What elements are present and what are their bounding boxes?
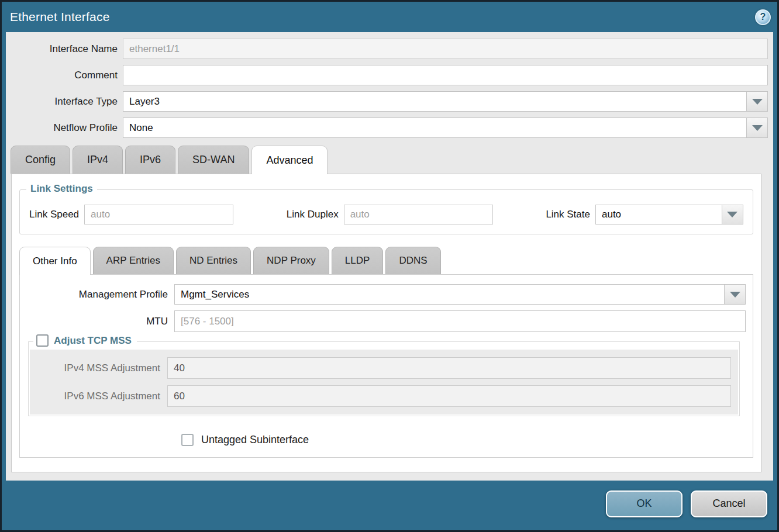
link-speed-group: Link Speed [29, 205, 233, 224]
adjust-tcp-mss-legend: Adjust TCP MSS [33, 334, 137, 347]
link-state-dropdown-button[interactable] [722, 205, 743, 224]
link-state-dropdown[interactable]: auto [595, 205, 743, 224]
untagged-subinterface-label: Untagged Subinterface [201, 434, 309, 446]
netflow-profile-value: None [123, 118, 746, 137]
adjust-tcp-mss-checkbox[interactable] [36, 334, 49, 347]
help-circle-icon[interactable]: ? [755, 9, 771, 25]
comment-row: Comment [6, 65, 768, 85]
sub-tab-strip: Other Info ARP Entries ND Entries NDP Pr… [19, 247, 753, 274]
interface-name-row: Interface Name [6, 39, 768, 59]
management-profile-dropdown[interactable]: Mgmt_Services [174, 284, 746, 305]
chevron-down-icon [727, 212, 737, 217]
management-profile-label: Management Profile [20, 289, 174, 300]
tab-ipv4[interactable]: IPv4 [73, 146, 123, 174]
ok-button[interactable]: OK [606, 490, 683, 517]
interface-type-dropdown[interactable]: Layer3 [123, 91, 768, 112]
interface-type-dropdown-button[interactable] [746, 92, 767, 111]
main-tab-strip: Config IPv4 IPv6 SD-WAN Advanced [6, 146, 773, 174]
link-state-group: Link State auto [546, 205, 743, 224]
ipv4-mss-field [167, 357, 731, 379]
tab-config[interactable]: Config [11, 146, 70, 174]
link-duplex-field[interactable] [344, 205, 493, 224]
management-profile-value: Mgmt_Services [175, 285, 724, 304]
link-state-value: auto [596, 205, 722, 224]
link-duplex-group: Link Duplex [287, 205, 493, 224]
tab-lldp[interactable]: LLDP [332, 247, 384, 274]
mtu-field[interactable] [174, 310, 746, 332]
management-profile-row: Management Profile Mgmt_Services [20, 284, 746, 305]
mtu-label: MTU [20, 316, 174, 327]
netflow-profile-row: Netflow Profile None [6, 118, 768, 138]
tab-other-info[interactable]: Other Info [19, 247, 91, 275]
tab-ipv6[interactable]: IPv6 [125, 146, 175, 174]
untagged-subinterface-checkbox[interactable] [181, 434, 194, 446]
link-settings-legend: Link Settings [26, 183, 97, 195]
help-glyph: ? [760, 12, 766, 22]
untagged-subinterface-row: Untagged Subinterface [181, 434, 746, 446]
chevron-down-icon [730, 292, 740, 298]
tab-advanced[interactable]: Advanced [251, 146, 328, 174]
tab-sdwan[interactable]: SD-WAN [178, 146, 249, 174]
tab-ndp-proxy[interactable]: NDP Proxy [253, 247, 329, 274]
advanced-tab-panel: Link Settings Link Speed Link Duplex Lin… [11, 174, 761, 472]
link-duplex-label: Link Duplex [287, 209, 344, 220]
comment-label: Comment [6, 70, 123, 81]
tab-nd-entries[interactable]: ND Entries [176, 247, 251, 274]
chevron-down-icon [752, 125, 763, 131]
interface-name-field [123, 39, 768, 59]
link-settings-fieldset: Link Settings Link Speed Link Duplex Lin… [19, 189, 753, 234]
chevron-down-icon [752, 99, 763, 105]
link-speed-field[interactable] [84, 205, 233, 224]
ipv6-mss-row: IPv6 MSS Adjustment [30, 385, 738, 407]
mtu-row: MTU [20, 310, 746, 332]
ethernet-interface-dialog: Ethernet Interface ? Interface Name Comm… [0, 0, 779, 532]
ipv4-mss-row: IPv4 MSS Adjustment [30, 357, 738, 379]
other-info-panel: Management Profile Mgmt_Services MTU Adj… [19, 274, 753, 458]
ipv4-mss-label: IPv4 MSS Adjustment [30, 362, 167, 374]
adjust-tcp-mss-legend-text: Adjust TCP MSS [54, 335, 132, 347]
interface-type-label: Interface Type [6, 96, 123, 108]
management-profile-dropdown-button[interactable] [724, 285, 745, 304]
dialog-titlebar: Ethernet Interface ? [2, 2, 777, 32]
top-form: Interface Name Comment Interface Type La… [6, 32, 773, 144]
cancel-button[interactable]: Cancel [691, 490, 767, 517]
link-state-label: Link State [546, 209, 595, 220]
netflow-profile-dropdown[interactable]: None [123, 118, 768, 138]
dialog-title: Ethernet Interface [10, 10, 110, 24]
adjust-tcp-mss-content: IPv4 MSS Adjustment IPv6 MSS Adjustment [30, 350, 738, 414]
interface-name-label: Interface Name [6, 43, 123, 55]
interface-type-value: Layer3 [123, 92, 746, 111]
dialog-body: Interface Name Comment Interface Type La… [6, 32, 773, 481]
netflow-profile-dropdown-button[interactable] [746, 118, 767, 137]
link-speed-label: Link Speed [29, 209, 84, 220]
ipv6-mss-label: IPv6 MSS Adjustment [30, 391, 167, 402]
adjust-tcp-mss-fieldset: Adjust TCP MSS IPv4 MSS Adjustment IPv6 … [28, 341, 740, 416]
netflow-profile-label: Netflow Profile [6, 122, 123, 134]
ipv6-mss-field [167, 385, 731, 407]
tab-arp-entries[interactable]: ARP Entries [93, 247, 174, 274]
dialog-footer: OK Cancel [2, 481, 777, 530]
link-settings-row: Link Speed Link Duplex Link State auto [29, 205, 743, 224]
comment-field[interactable] [123, 65, 768, 85]
tab-ddns[interactable]: DDNS [385, 247, 440, 274]
interface-type-row: Interface Type Layer3 [6, 91, 768, 112]
